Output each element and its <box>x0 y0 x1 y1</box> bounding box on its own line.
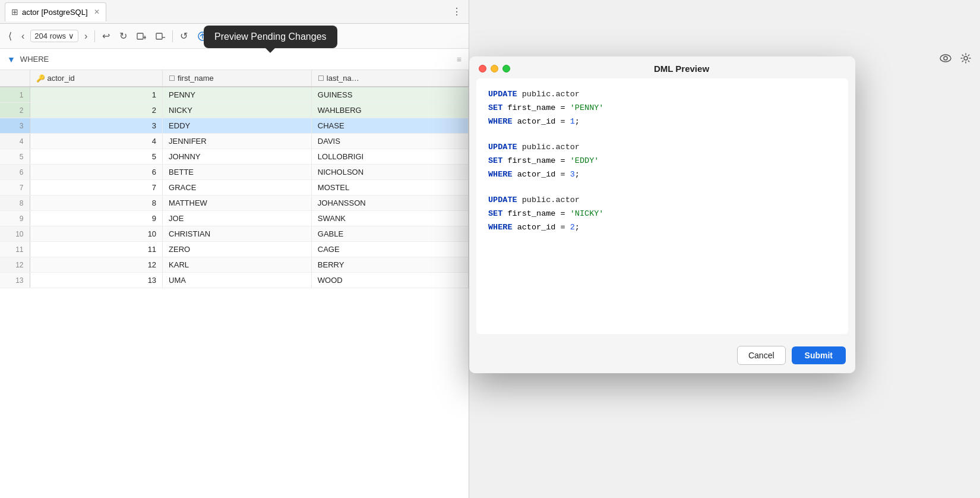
cell-first-name: JENNIFER <box>163 134 312 149</box>
dialog-title: DML Preview <box>517 64 846 74</box>
cell-last-name: BERRY <box>311 257 468 273</box>
table-row[interactable]: 99JOESWANK <box>0 211 469 226</box>
add-row-button[interactable] <box>133 29 150 43</box>
traffic-lights <box>479 65 510 73</box>
preview-pending-button[interactable] <box>194 29 211 44</box>
cell-actor-id: 8 <box>30 196 163 211</box>
cell-last-name: CHASE <box>311 118 468 134</box>
redo-button[interactable]: ↻ <box>116 28 131 44</box>
table-row[interactable]: 1313UMAWOOD <box>0 273 469 288</box>
svg-point-7 <box>940 55 951 62</box>
svg-rect-0 <box>137 33 143 39</box>
submit-changes-button[interactable] <box>214 29 232 44</box>
cell-first-name: NICKY <box>163 103 312 118</box>
cell-last-name: JOHANSSON <box>311 196 468 211</box>
separator-2 <box>172 30 173 42</box>
rows-display[interactable]: 204 rows ∨ <box>30 30 78 42</box>
schema-2: public <box>522 143 551 152</box>
visibility-icon[interactable] <box>937 50 954 70</box>
cell-last-name: WAHLBERG <box>311 103 468 118</box>
svg-rect-3 <box>156 33 162 39</box>
row-num: 3 <box>0 118 30 134</box>
keyword-where-1: WHERE <box>488 117 513 126</box>
cell-last-name: GUINESS <box>311 87 468 103</box>
data-table-container[interactable]: 🔑actor_id ☐first_name ☐last_na… 11PENNYG… <box>0 70 469 498</box>
table-row[interactable]: 22NICKYWAHLBERG <box>0 103 469 118</box>
dialog-titlebar: DML Preview <box>469 56 855 78</box>
dml-preview-dialog[interactable]: DML Preview UPDATE public.actor SET firs… <box>469 56 855 373</box>
cell-actor-id: 9 <box>30 211 163 226</box>
cell-actor-id: 1 <box>30 87 163 103</box>
row-num: 7 <box>0 180 30 196</box>
table-row[interactable]: 1212KARLBERRY <box>0 257 469 273</box>
row-num: 13 <box>0 273 30 288</box>
filter-bar: ▼ WHERE ≡ <box>0 49 469 70</box>
row-num: 4 <box>0 134 30 149</box>
row-num: 10 <box>0 226 30 242</box>
rows-dropdown-icon: ∨ <box>68 31 74 40</box>
cell-first-name: EDDY <box>163 118 312 134</box>
semicolon-1: ; <box>575 117 580 126</box>
cell-last-name: DAVIS <box>311 134 468 149</box>
cell-first-name: JOHNNY <box>163 149 312 165</box>
table-row[interactable]: 11PENNYGUINESS <box>0 87 469 103</box>
nav-first-button[interactable]: ⟨ <box>5 28 15 44</box>
table-2: .actor <box>551 143 580 152</box>
semicolon-3: ; <box>575 223 580 232</box>
filter-icon: ▼ <box>7 55 15 64</box>
col-header-actor-id[interactable]: 🔑actor_id <box>30 70 163 87</box>
table-3: .actor <box>551 196 580 204</box>
minimize-button[interactable] <box>491 65 498 73</box>
table-row[interactable]: 44JENNIFERDAVIS <box>0 134 469 149</box>
keyword-where-2: WHERE <box>488 170 513 179</box>
tab-close-button[interactable]: ✕ <box>94 8 100 16</box>
row-num: 1 <box>0 87 30 103</box>
cell-last-name: NICHOLSON <box>311 165 468 180</box>
table-row[interactable]: 77GRACEMOSTEL <box>0 180 469 196</box>
revert-button[interactable]: ↺ <box>176 28 191 44</box>
table-icon: ⊞ <box>11 7 18 17</box>
cell-actor-id: 13 <box>30 273 163 288</box>
semicolon-2: ; <box>575 170 580 179</box>
tab-more-button[interactable]: ⋮ <box>450 4 464 20</box>
table-row[interactable]: 33EDDYCHASE <box>0 118 469 134</box>
cell-last-name: LOLLOBRIGI <box>311 149 468 165</box>
maximize-button[interactable] <box>502 65 510 73</box>
row-num: 2 <box>0 103 30 118</box>
col-header-last-name[interactable]: ☐last_na… <box>311 70 468 87</box>
nav-next-button[interactable]: › <box>81 29 91 44</box>
table-row[interactable]: 88MATTHEWJOHANSSON <box>0 196 469 211</box>
dialog-footer: Cancel Submit <box>469 341 855 373</box>
set-val-1: 'PENNY' <box>570 103 604 112</box>
cell-last-name: GABLE <box>311 226 468 242</box>
rows-count: 204 rows <box>34 31 66 40</box>
set-col-1: first_name = <box>507 103 570 112</box>
table-row[interactable]: 1111ZEROCAGE <box>0 242 469 257</box>
cell-first-name: MATTHEW <box>163 196 312 211</box>
where-val-2: 3 <box>570 170 575 179</box>
submit-button[interactable]: Submit <box>792 346 846 364</box>
cell-actor-id: 10 <box>30 226 163 242</box>
table-row[interactable]: 55JOHNNYLOLLOBRIGI <box>0 149 469 165</box>
cell-first-name: JOE <box>163 211 312 226</box>
table-row[interactable]: 1010CHRISTIANGABLE <box>0 226 469 242</box>
set-col-2: first_name = <box>507 156 570 165</box>
nav-prev-button[interactable]: ‹ <box>18 29 28 44</box>
set-col-3: first_name = <box>507 209 570 218</box>
close-button[interactable] <box>479 65 486 73</box>
undo-button[interactable]: ↩ <box>99 28 113 44</box>
cancel-button[interactable]: Cancel <box>737 346 786 365</box>
settings-icon[interactable] <box>957 50 974 70</box>
keyword-update-3: UPDATE <box>488 196 517 204</box>
cell-actor-id: 11 <box>30 242 163 257</box>
col-header-first-name[interactable]: ☐first_name <box>163 70 312 87</box>
cell-first-name: KARL <box>163 257 312 273</box>
keyword-where-3: WHERE <box>488 223 513 232</box>
keyword-update-1: UPDATE <box>488 90 517 99</box>
cell-last-name: CAGE <box>311 242 468 257</box>
tab-title: actor [PostgreSQL] <box>22 8 88 17</box>
tab-actor[interactable]: ⊞ actor [PostgreSQL] ✕ <box>5 2 106 21</box>
table-row[interactable]: 66BETTENICHOLSON <box>0 165 469 180</box>
delete-row-button[interactable] <box>152 29 169 43</box>
col-type-icon-2: ☐ <box>318 74 324 83</box>
